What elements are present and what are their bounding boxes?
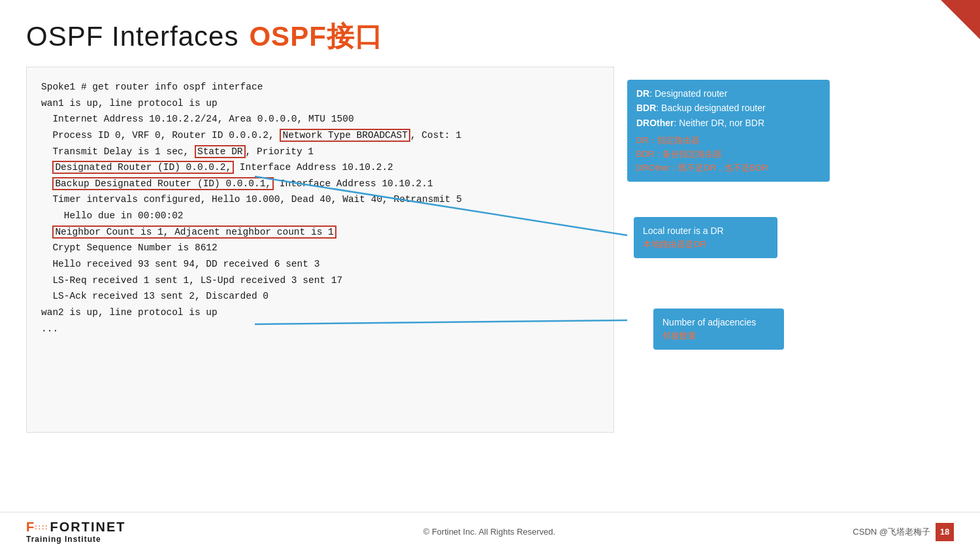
callout-adjacencies-text: Number of adjacencies bbox=[662, 315, 775, 329]
page-header: OSPF Interfaces OSPF接口 bbox=[0, 0, 980, 67]
code-line: Process ID 0, VRF 0, Router ID 0.0.0.2, … bbox=[41, 127, 599, 144]
highlighted-text: Backup Designated Router (ID) 0.0.0.1, bbox=[52, 177, 274, 190]
code-line: wan2 is up, line protocol is up bbox=[41, 305, 599, 321]
footer: F :::: FORTINET Training Institute © For… bbox=[0, 512, 980, 551]
code-block: Spoke1 # get router info ospf interfacew… bbox=[26, 67, 614, 433]
highlighted-text: Network Type BROADCAST bbox=[280, 129, 410, 142]
callout-dr-line: DR: Designated router bbox=[636, 86, 821, 101]
code-line: ... bbox=[41, 321, 599, 337]
code-line: Neighbor Count is 1, Adjacent neighbor c… bbox=[41, 224, 599, 241]
footer-right: CSDN @飞塔老梅子 18 bbox=[853, 523, 954, 541]
callout-zh-bdr: BDR：备份指定路由器 bbox=[636, 148, 821, 161]
fortinet-logo: F :::: FORTINET Training Institute bbox=[26, 520, 126, 544]
csdn-label: CSDN @飞塔老梅子 bbox=[853, 526, 930, 538]
page-title-orange: OSPF接口 bbox=[249, 18, 382, 55]
callout-adjacencies: Number of adjacencies 邻接数量 bbox=[653, 309, 784, 350]
callout-local-dr-text: Local router is a DR bbox=[643, 224, 768, 238]
callout-dr-bdr: DR: Designated router BDR: Backup design… bbox=[627, 80, 830, 182]
code-line: Transmit Delay is 1 sec, State DR, Prior… bbox=[41, 144, 599, 160]
page-title-black: OSPF Interfaces bbox=[26, 21, 238, 52]
code-line: Hello received 93 sent 94, DD received 6… bbox=[41, 256, 599, 273]
code-line: Backup Designated Router (ID) 0.0.0.1, I… bbox=[41, 176, 599, 192]
code-line: Timer intervals configured, Hello 10.000… bbox=[41, 192, 599, 208]
callout-zh-dr: DR：指定路由器 bbox=[636, 134, 821, 148]
code-line: Crypt Sequence Number is 8612 bbox=[41, 240, 599, 256]
code-line: Spoke1 # get router info ospf interface bbox=[41, 79, 599, 95]
footer-copyright: © Fortinet Inc. All Rights Reserved. bbox=[423, 527, 556, 537]
main-content: Spoke1 # get router info ospf interfacew… bbox=[0, 67, 980, 433]
callout-zh-drother: DROther：既不是DR，也不是BDR bbox=[636, 161, 821, 175]
code-line: Designated Router (ID) 0.0.0.2, Interfac… bbox=[41, 159, 599, 176]
highlighted-text: Neighbor Count is 1, Adjacent neighbor c… bbox=[52, 225, 336, 239]
callout-adjacencies-zh: 邻接数量 bbox=[662, 329, 775, 343]
page-number: 18 bbox=[936, 523, 954, 541]
highlighted-text: State DR bbox=[195, 145, 246, 158]
callout-local-dr: Local router is a DR 本地路由器是DR bbox=[634, 217, 777, 258]
code-line: LS-Req received 1 sent 1, LS-Upd receive… bbox=[41, 273, 599, 289]
callout-drother-line: DROther: Neither DR, nor BDR bbox=[636, 116, 821, 130]
callout-local-dr-zh: 本地路由器是DR bbox=[643, 238, 768, 252]
code-line: LS-Ack received 13 sent 2, Discarded 0 bbox=[41, 288, 599, 305]
highlighted-text: Designated Router (ID) 0.0.0.2, bbox=[52, 161, 234, 174]
logo-subtitle: Training Institute bbox=[26, 535, 126, 544]
code-line: Hello due in 00:00:02 bbox=[41, 208, 599, 224]
annotations-panel: DR: Designated router BDR: Backup design… bbox=[627, 67, 954, 433]
callout-bdr-line: BDR: Backup designated router bbox=[636, 101, 821, 115]
code-line: Internet Address 10.10.2.2/24, Area 0.0.… bbox=[41, 111, 599, 127]
code-line: wan1 is up, line protocol is up bbox=[41, 95, 599, 112]
